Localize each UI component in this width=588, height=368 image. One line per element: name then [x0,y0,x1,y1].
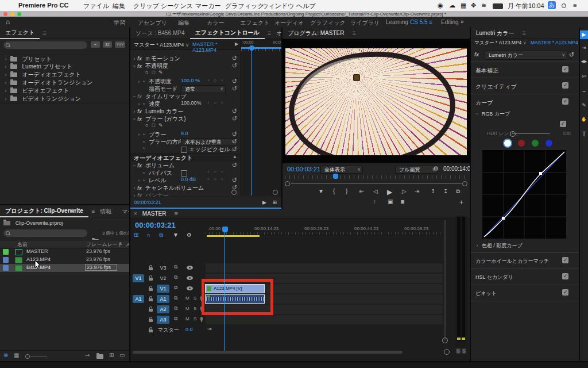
effects-folder-lumetri-presets[interactable]: › Lumetri プリセット [0,63,129,71]
battery-icon[interactable] [493,3,503,9]
sequence-name-link[interactable]: MASTER * A123.MP4 [192,41,241,53]
chevron-right-icon[interactable]: › [474,243,480,248]
lumetri-sequence-link[interactable]: MASTER * A123.MP4 [531,40,578,45]
cloud-icon[interactable]: ☁ [449,2,455,9]
chevron-right-icon[interactable]: › [136,178,142,183]
track-lane-v3[interactable] [206,263,443,273]
workspace-tab-color[interactable]: カラー [207,19,224,27]
lumetri-section-creative[interactable]: クリエイティブ ✓ [471,80,579,93]
step-back-button[interactable]: ◁ [373,188,378,194]
lock-icon[interactable] [149,267,153,270]
section-enabled-checkbox[interactable]: ✓ [562,273,568,279]
track-v3-target[interactable]: V3 [157,264,169,272]
work-area-bar[interactable] [207,235,260,237]
workspace-tab-effects[interactable]: エフェクト [240,19,269,27]
solo-button[interactable]: S [194,316,196,321]
param-row-level[interactable]: ›◔レベル 0.0 dB ‹ ○ › ↺ [130,177,241,184]
effects-search-input[interactable] [3,41,87,49]
track-output-eye-icon[interactable] [187,276,193,280]
program-current-time[interactable]: 00:00:03:21 [287,166,320,172]
effects-folder-audio-transitions[interactable]: › オーディオトランジション [0,79,129,87]
reset-param-icon[interactable]: ↺ [232,177,237,184]
tab-sequence-master[interactable]: MASTER [137,209,172,218]
zoom-slider-handle[interactable] [25,354,30,359]
menubar-clock[interactable]: 月 午前10:04 [508,2,544,10]
source-patch-a1[interactable]: A1 [133,295,144,303]
snapshot-button[interactable]: ◙ [401,198,404,205]
go-to-in-button[interactable]: ⇤ [359,188,364,194]
effects-folder-video-transitions[interactable]: › ビデオトランジション [0,95,129,103]
reset-effect-icon[interactable]: ↺ [232,115,237,122]
label-chip-blue[interactable] [3,257,9,263]
chevron-down-icon[interactable]: › [131,94,137,99]
lumetri-panel-menu-icon[interactable]: ≡ [523,29,526,36]
pen-tool[interactable]: ✎ [580,102,588,110]
chevron-right-icon[interactable]: › [131,56,137,62]
track-output-eye-icon[interactable] [187,286,193,290]
workspace-tab-graphics[interactable]: グラフィック [310,19,345,27]
effect-row-lumetri[interactable]: ›fxLumetri カラー ↺ [130,108,241,115]
step-forward-button[interactable]: ▷ [402,188,407,194]
pen-mask-icon[interactable]: ✎ [158,122,167,128]
program-scrollbar[interactable] [291,183,462,184]
rect-mask-icon[interactable]: □ [152,122,158,128]
rgb-curves-subsection[interactable]: › RGB カーブ [471,110,579,120]
workspace-tab-learning-jp[interactable]: 学習 [114,19,125,27]
item-name[interactable]: MASTER [26,248,48,254]
effect-label[interactable]: ボリューム [145,162,175,168]
source-patch-v1[interactable]: V1 [133,274,144,282]
project-row-b456-selected[interactable]: B456.MP4 23.976 fps [0,264,129,272]
effects-folder-presets[interactable]: › プリセット [0,55,129,63]
chevron-right-icon[interactable]: › [131,109,137,114]
sort-ascending-icon[interactable]: ∧ [119,241,122,246]
effect-row-time-remap[interactable]: ›fxタイムリマップ [130,93,241,100]
track-a2-target[interactable]: A2 [157,305,169,313]
track-v1-target[interactable]: V1 [157,285,169,293]
comparison-view-button[interactable]: ⧉ [456,188,460,195]
lock-icon[interactable] [149,329,153,332]
tab-markers[interactable]: マーカー [117,206,129,217]
snap-to-end-icon[interactable]: ⇥ [207,326,212,332]
zoom-slider-track[interactable] [30,356,47,356]
tab-effects[interactable]: エフェクト [0,27,40,39]
effect-label[interactable]: モーション [151,55,180,62]
rect-mask-icon[interactable]: □ [152,70,158,75]
snap-toggle[interactable]: ∩ [146,232,150,238]
quality-dropdown[interactable]: フル画質∨ [395,166,438,174]
timeline-hscrollbar[interactable] [133,351,403,354]
timeline-settings-wrench[interactable]: ⚙ [187,232,192,238]
ec-scroll-handle-left[interactable] [231,190,237,195]
param-row-bypass[interactable]: ◔バイパス ‹ ○ › [130,169,241,177]
tab-program-monitor[interactable]: プログラム: MASTER [283,28,349,39]
safe-margins-button[interactable]: ▣ [388,198,393,205]
toggle-animation-icon[interactable]: ◔ [142,132,149,137]
insert-overwrite-toggle[interactable]: ⊞ [134,232,138,238]
app-menu-title[interactable]: Premiere Pro CC [18,2,68,9]
menu-help[interactable]: ヘルプ [296,2,316,10]
mark-in-button[interactable]: { [333,188,335,194]
timeline-vscroll-handle[interactable] [442,338,448,343]
project-breadcrumb[interactable]: Clip-Overwrite.prproj [3,220,63,228]
ec-playhead-line[interactable] [252,51,252,195]
chevron-down-icon[interactable]: › [131,116,137,122]
workspace-tab-edit[interactable]: 編集 [178,19,189,27]
hue-sat-curves-subsection[interactable]: › 色相 / 彩度カーブ [471,242,579,251]
chevron-right-icon[interactable]: › [3,72,9,78]
chevron-right-icon[interactable]: › [3,96,9,102]
program-scroll-handle-right[interactable] [462,181,467,186]
mark-out-button[interactable]: } [346,188,347,194]
program-video-area[interactable] [283,39,470,163]
razor-tool[interactable]: ✄ [580,74,588,82]
lift-button[interactable]: ↥ [431,188,435,194]
toggle-animation-icon[interactable]: ◔ [142,170,149,176]
rgb-curve-editor[interactable] [482,150,566,239]
effect-label[interactable]: タイムリマップ [145,93,187,99]
solo-button[interactable]: S [194,296,196,301]
tab-project[interactable]: プロジェクト: Clip-Overwrite [0,205,88,217]
effect-row-channel-volume[interactable]: ›fxチャンネルボリューム ↺ [130,184,241,191]
go-to-out-button[interactable]: ⇥ [415,188,419,194]
selection-tool[interactable]: ▶ [580,30,588,39]
timeline-panel-menu-icon[interactable]: ≡ [175,210,178,217]
wifi-icon[interactable]: ≋ [481,2,486,9]
export-frame-button[interactable]: ↑ [373,198,376,205]
